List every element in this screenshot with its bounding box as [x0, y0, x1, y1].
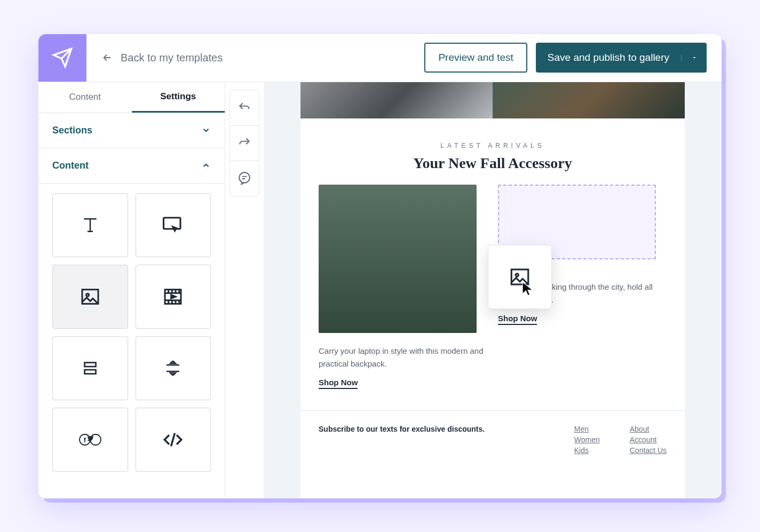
spacer-block-tile[interactable]: [52, 336, 128, 400]
block-grid: f: [38, 184, 225, 481]
divider-block-tile[interactable]: [136, 336, 211, 400]
button-icon: [162, 214, 184, 236]
shop-now-left[interactable]: Shop Now: [319, 378, 358, 389]
body-row: Content Settings Sections Content: [38, 82, 722, 498]
cursor-icon: [520, 280, 536, 298]
save-publish-button[interactable]: Save and publish to gallery: [536, 52, 681, 63]
redo-icon: [238, 136, 251, 150]
preview-label: Preview and test: [438, 52, 513, 63]
sidebar: Content Settings Sections Content: [38, 82, 225, 498]
tab-settings-label: Settings: [160, 91, 196, 102]
hero-image-left[interactable]: [300, 82, 493, 118]
headline-text: Your New Fall Accessory: [300, 155, 685, 172]
tab-content[interactable]: Content: [38, 82, 132, 113]
product-description-left: Carry your laptop in style with this mod…: [319, 345, 487, 370]
code-block-tile[interactable]: [136, 408, 211, 472]
sidebar-tabs: Content Settings: [38, 82, 225, 113]
footer-link-men[interactable]: Men: [574, 425, 600, 433]
svg-point-11: [516, 273, 518, 276]
app-frame: Back to my templates Preview and test Sa…: [38, 34, 722, 498]
hero-images: [300, 82, 685, 118]
arrivals-section: LATEST ARRIVALS Your New Fall Accessory: [300, 118, 685, 185]
publish-label: Save and publish to gallery: [548, 52, 669, 63]
topbar-actions: Preview and test Save and publish to gal…: [424, 43, 722, 73]
video-icon: [162, 286, 184, 307]
sections-accordion[interactable]: Sections: [38, 113, 225, 148]
send-icon: [52, 47, 73, 68]
save-publish-dropdown[interactable]: [681, 54, 707, 61]
footer-col-1: Men Women Kids: [574, 425, 600, 457]
footer-link-account[interactable]: Account: [630, 435, 667, 444]
svg-rect-5: [84, 370, 96, 374]
shop-now-right[interactable]: Shop Now: [498, 314, 537, 325]
content-accordion[interactable]: Content: [38, 148, 225, 184]
button-block-tile[interactable]: [136, 193, 211, 257]
divider-icon: [163, 359, 183, 378]
text-block-tile[interactable]: [52, 193, 128, 257]
footer-link-women[interactable]: Women: [574, 435, 600, 444]
svg-point-9: [239, 172, 250, 183]
product-image[interactable]: [319, 185, 477, 333]
save-publish-button-group: Save and publish to gallery: [536, 43, 707, 73]
social-block-tile[interactable]: f: [52, 408, 128, 472]
chevron-down-icon: [201, 125, 211, 135]
image-block-tile[interactable]: [52, 265, 128, 329]
footer-cta: Subscribe to our texts for exclusive dis…: [319, 425, 553, 457]
comment-button[interactable]: [230, 161, 259, 196]
back-to-templates[interactable]: Back to my templates: [86, 52, 424, 64]
canvas[interactable]: LATEST ARRIVALS Your New Fall Accessory …: [264, 82, 722, 498]
hero-image-right[interactable]: [493, 82, 685, 118]
footer-col-2: About Account Contact Us: [630, 425, 667, 457]
text-icon: [80, 215, 101, 236]
eyebrow-text: LATEST ARRIVALS: [300, 142, 685, 149]
svg-rect-4: [84, 362, 96, 367]
app-logo[interactable]: [38, 34, 86, 82]
social-icon: f: [78, 432, 102, 447]
svg-point-2: [86, 293, 89, 296]
arrow-left-icon: [101, 52, 113, 63]
image-icon: [80, 286, 101, 307]
spacer-icon: [81, 359, 100, 378]
code-icon: [162, 428, 184, 451]
footer-link-contact[interactable]: Contact Us: [630, 446, 667, 455]
svg-text:f: f: [84, 436, 86, 444]
sections-label: Sections: [52, 125, 92, 136]
caret-down-icon: [691, 54, 698, 61]
chevron-up-icon: [201, 161, 211, 170]
tab-settings[interactable]: Settings: [132, 82, 225, 113]
footer-links: Men Women Kids About Account Contact Us: [574, 425, 667, 457]
topbar: Back to my templates Preview and test Sa…: [38, 34, 722, 82]
tools-box: [229, 90, 259, 196]
redo-button[interactable]: [230, 125, 259, 161]
svg-rect-0: [164, 218, 181, 229]
preview-button[interactable]: Preview and test: [424, 43, 527, 73]
content-label: Content: [52, 160, 89, 171]
left-column: Carry your laptop in style with this mod…: [319, 185, 487, 389]
undo-button[interactable]: [230, 90, 259, 125]
tools-column: [225, 82, 264, 498]
tab-content-label: Content: [69, 92, 101, 102]
footer-link-about[interactable]: About: [630, 425, 667, 433]
footer-link-kids[interactable]: Kids: [574, 446, 600, 455]
comment-icon: [238, 171, 251, 185]
video-block-tile[interactable]: [136, 265, 211, 329]
dragging-image-block[interactable]: [488, 245, 552, 309]
email-footer: Subscribe to our texts for exclusive dis…: [300, 410, 685, 471]
undo-icon: [238, 101, 251, 115]
back-label: Back to my templates: [121, 52, 223, 64]
